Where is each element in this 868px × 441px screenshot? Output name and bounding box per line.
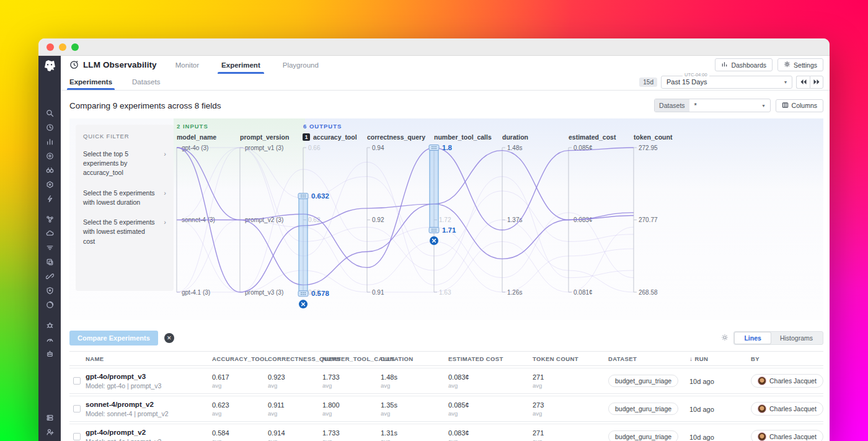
svg-text:correctness_query: correctness_query [367,133,425,141]
profiling-icon[interactable] [45,335,54,344]
gear-icon [784,61,790,69]
chevron-right-icon: › [164,189,166,197]
toggle-lines[interactable]: Lines [735,332,770,344]
row-checkbox[interactable] [73,405,81,412]
dataset-pill[interactable]: budget_guru_triage [608,403,678,415]
toggle-histograms[interactable]: Histograms [771,332,822,344]
time-forward-button[interactable] [810,76,823,89]
sort-desc-icon: ↓ [689,355,693,362]
clear-selection-button[interactable]: ✕ [164,333,174,343]
svg-text:6 OUTPUTS: 6 OUTPUTS [303,123,342,130]
page-title: LLM Observability [83,60,157,69]
columns-button[interactable]: Columns [776,99,823,112]
svg-text:1.72: 1.72 [439,216,451,223]
tab-monitor[interactable]: Monitor [175,56,199,74]
brush-handle[interactable] [298,194,308,199]
parallel-coordinates-svg[interactable]: 2 INPUTS6 OUTPUTSmodel_nameprompt_versio… [174,118,823,320]
infrastructure-icon[interactable] [45,180,54,189]
user-pill[interactable]: Charles Jacquet [751,374,823,388]
time-back-button[interactable] [796,76,810,89]
chevron-down-icon: ▾ [784,79,787,85]
history-icon[interactable] [45,123,54,131]
avatar [758,376,766,385]
chevron-right-icon: › [164,218,166,226]
quick-filter-lowest-cost[interactable]: Select the 5 experiments with lowest est… [83,218,166,246]
logs-icon[interactable] [45,243,54,252]
close-window-button[interactable] [46,43,54,51]
svg-text:number_tool_calls: number_tool_calls [434,133,492,141]
datadog-logo[interactable] [42,59,57,74]
sub-navigation: Experiments Datasets 15d UTC-04:00 Past … [61,74,830,91]
brush-handle[interactable] [298,291,308,296]
desktop-background: LLM Observability Monitor Experiment Pla… [0,0,868,441]
compare-experiments-button[interactable]: Compare Experiments [69,331,158,345]
avatar [758,404,766,413]
svg-text:0.081¢: 0.081¢ [574,289,593,296]
svg-text:0.66: 0.66 [308,145,321,151]
brush-handle[interactable] [429,145,439,151]
tab-experiment[interactable]: Experiment [221,56,260,74]
app-window: LLM Observability Monitor Experiment Pla… [38,38,830,441]
experiment-line[interactable] [177,227,634,292]
row-checkbox[interactable] [73,433,81,440]
dataset-pill[interactable]: budget_guru_triage [608,430,678,441]
apm-icon[interactable] [45,151,54,160]
table-row[interactable]: sonnet-4/prompt_v2Model: sonnet-4 | prom… [69,396,823,422]
watchdog-icon[interactable] [45,166,54,174]
experiment-line[interactable] [177,148,634,267]
chart-mode-toggle: Lines Histograms [733,331,823,345]
ci-pipelines-icon[interactable] [45,272,54,280]
chevron-down-icon: ▾ [763,103,770,109]
dataset-pill[interactable]: budget_guru_triage [608,375,678,387]
experiment-line[interactable] [177,220,634,293]
dashboards-button[interactable]: Dashboards [715,58,773,71]
axis-brush-selection[interactable] [299,196,308,293]
experiment-comparison-panel: QUICK FILTER Select the top 5 experiment… [69,118,823,320]
svg-text:duration: duration [502,133,528,141]
synthetics-icon[interactable] [45,300,54,309]
org-settings-icon[interactable] [45,413,54,422]
svg-text:model_name: model_name [177,133,216,141]
run-column-header[interactable]: ↓RUN [689,355,751,362]
rum-icon[interactable] [45,257,54,266]
error-tracking-icon[interactable] [45,321,54,329]
svg-text:270.77: 270.77 [639,216,658,223]
time-range-chip[interactable]: 15d [639,78,657,87]
invite-user-icon[interactable] [45,427,54,436]
axis-brush-selection[interactable] [430,148,438,230]
network-icon[interactable] [45,215,54,223]
time-range-picker[interactable]: UTC-04:00 Past 15 Days ▾ [661,76,792,89]
user-pill[interactable]: Charles Jacquet [751,402,823,416]
svg-text:1.8: 1.8 [442,144,453,151]
svg-text:0.632: 0.632 [311,192,329,200]
chart-settings-icon[interactable] [721,332,728,344]
quick-filter-lowest-duration[interactable]: Select the 5 experiments with lowest dur… [83,189,166,207]
parallel-coordinates-chart[interactable]: 2 INPUTS6 OUTPUTSmodel_nameprompt_versio… [174,118,823,320]
quick-filter-top5-accuracy[interactable]: Select the top 5 experiments by accuracy… [83,149,166,178]
svg-text:0.578: 0.578 [311,290,329,297]
svg-text:token_count: token_count [634,133,673,141]
llm-observability-icon[interactable] [45,349,54,358]
header-tabs: Monitor Experiment Playground [175,56,319,74]
datasets-filter-select[interactable]: Datasets * ▾ [654,99,770,112]
tab-playground[interactable]: Playground [283,56,319,74]
tab-datasets[interactable]: Datasets [132,74,160,90]
dashboards-icon[interactable] [45,137,54,146]
settings-button[interactable]: Settings [777,58,823,71]
brush-handle[interactable] [429,228,439,233]
security-icon[interactable] [45,286,54,295]
experiment-line[interactable] [177,169,634,292]
search-icon[interactable] [45,109,54,117]
table-header-row: NAME ACCURACY_TOOL CORRECTNESS_QUERY NUM… [69,351,823,366]
row-checkbox[interactable] [73,377,81,385]
serverless-icon[interactable] [45,194,54,203]
columns-icon [782,102,789,110]
tab-experiments[interactable]: Experiments [69,74,112,90]
table-row[interactable]: gpt-4o/prompt_v2Model: gpt-4o | prompt_v… [69,424,823,441]
user-pill[interactable]: Charles Jacquet [751,430,823,441]
minimize-window-button[interactable] [59,43,66,51]
table-row[interactable]: gpt-4o/prompt_v3Model: gpt-4o | prompt_v… [69,368,823,394]
cloud-icon[interactable] [45,229,54,238]
zoom-window-button[interactable] [71,43,79,51]
quick-filter-panel: QUICK FILTER Select the top 5 experiment… [76,125,174,291]
